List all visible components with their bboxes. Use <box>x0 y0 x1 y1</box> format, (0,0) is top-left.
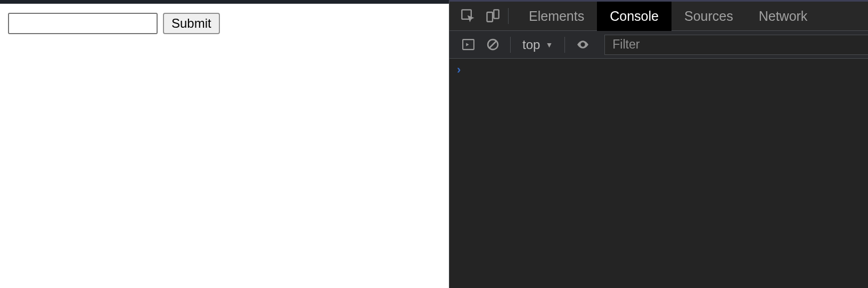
svg-marker-4 <box>466 43 469 46</box>
filter-input[interactable] <box>605 35 868 54</box>
tab-sources[interactable]: Sources <box>672 2 746 31</box>
context-label: top <box>522 37 540 52</box>
device-toolbar-icon[interactable] <box>480 2 505 31</box>
form: Submit <box>0 4 449 43</box>
text-input[interactable] <box>8 13 158 34</box>
execution-context-select[interactable]: top ▼ <box>516 31 559 59</box>
console-input[interactable] <box>465 65 861 76</box>
separator <box>510 37 511 53</box>
rendered-page: Submit <box>0 0 449 288</box>
svg-rect-1 <box>487 12 493 22</box>
filter-wrap <box>604 35 868 55</box>
console-body: › <box>449 59 868 288</box>
clear-console-icon[interactable] <box>480 31 505 59</box>
submit-button[interactable]: Submit <box>163 13 220 34</box>
devtools-tabs: Elements Console Sources Network <box>449 2 868 31</box>
separator <box>564 37 565 53</box>
separator <box>508 8 509 24</box>
inspect-element-icon[interactable] <box>456 2 480 31</box>
show-console-sidebar-icon[interactable] <box>456 31 480 59</box>
chevron-down-icon: ▼ <box>545 41 553 49</box>
svg-rect-2 <box>494 10 498 18</box>
tab-console[interactable]: Console <box>597 2 672 31</box>
tab-network[interactable]: Network <box>746 2 821 31</box>
svg-point-7 <box>582 43 584 45</box>
svg-line-6 <box>489 41 496 48</box>
console-toolbar: top ▼ <box>449 31 868 59</box>
prompt-caret-icon: › <box>457 64 461 76</box>
tab-elements[interactable]: Elements <box>516 2 597 31</box>
console-prompt-line: › <box>457 64 861 76</box>
live-expression-icon[interactable] <box>570 31 595 59</box>
devtools-panel: Elements Console Sources Network top ▼ <box>449 0 868 288</box>
